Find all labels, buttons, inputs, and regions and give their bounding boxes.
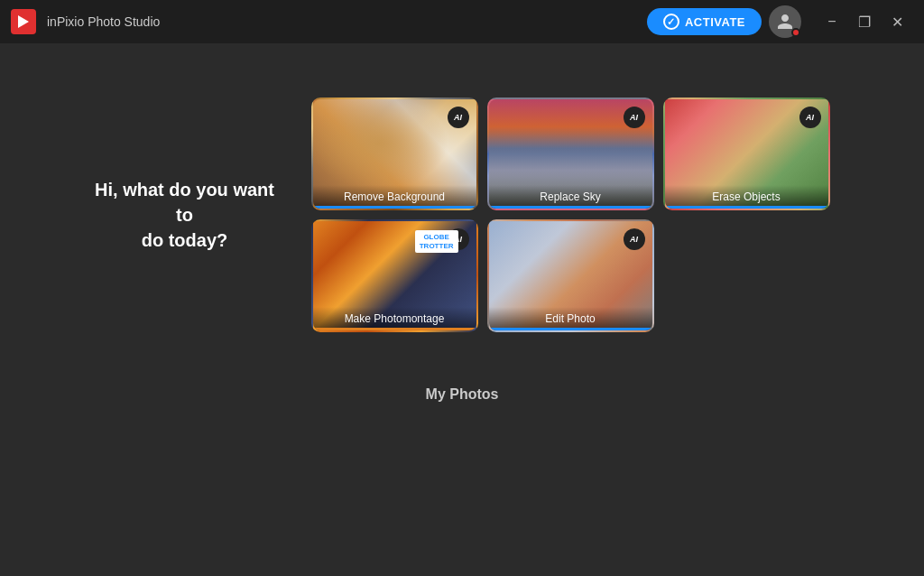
remove-background-card[interactable]: AI Remove Background [311,98,478,210]
card-bottom-bar [489,206,652,209]
card-bottom-bar [665,206,828,209]
my-photos-label: My Photos [426,386,499,402]
user-icon [776,13,794,31]
card-bottom-bar [489,328,652,330]
main-content: Hi, what do you want to do today? AI Rem… [0,43,924,403]
activate-button[interactable]: ✓ ACTIVATE [647,8,762,35]
center-section: Hi, what do you want to do today? AI Rem… [95,98,830,332]
ai-badge: AI [448,107,469,128]
edit-photo-card[interactable]: AI Edit Photo [487,219,654,332]
notification-dot [791,28,800,37]
title-bar: inPixio Photo Studio ✓ ACTIVATE − ❐ ✕ [0,0,924,43]
erase-objects-card[interactable]: AI Erase Objects [663,98,830,210]
card-bottom-bar [313,206,476,209]
greeting-line2: do today? [142,230,228,250]
replace-sky-card[interactable]: AI Replace Sky [487,98,654,210]
magazine-overlay: GLOBE TROTTER [415,230,458,253]
feature-cards-grid: AI Remove Background AI Replace Sky AI E… [311,98,830,332]
window-controls: − ❐ ✕ [816,5,913,38]
activate-label: ACTIVATE [685,15,745,29]
my-photos-section: My Photos [426,386,499,403]
make-photomontage-card[interactable]: AI GLOBE TROTTER Make Photomontage [311,219,478,332]
ai-badge: AI [624,228,645,250]
title-bar-controls: ✓ ACTIVATE − ❐ ✕ [647,5,913,38]
app-logo [11,9,36,34]
play-icon [18,15,29,28]
check-icon: ✓ [663,14,679,30]
user-account-button[interactable] [769,5,801,38]
app-title: inPixio Photo Studio [47,14,647,29]
maximize-button[interactable]: ❐ [848,5,881,38]
ai-badge: AI [799,107,821,128]
greeting-text: Hi, what do you want to do today? [95,177,275,253]
card-bottom-bar [313,328,476,330]
ai-badge: AI [624,107,645,128]
close-button[interactable]: ✕ [881,5,913,38]
greeting-line1: Hi, what do you want to [95,180,274,225]
minimize-button[interactable]: − [816,5,848,38]
